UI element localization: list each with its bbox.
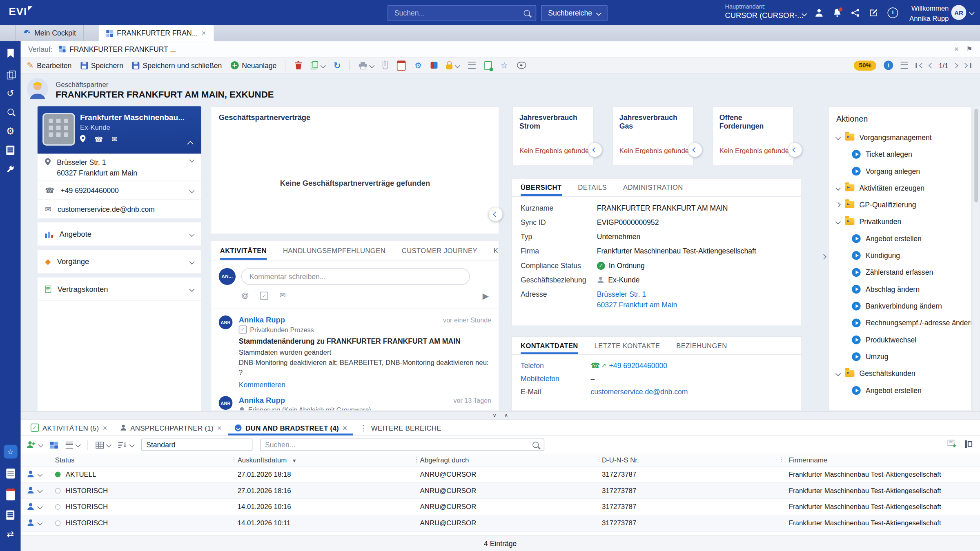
feed-item[interactable]: ANR Annika Rupp vor einer Stunde ✓ Priva… — [211, 309, 499, 390]
addon-button[interactable] — [431, 62, 438, 69]
tree-action[interactable]: Kündigung — [829, 247, 971, 264]
close-icon[interactable]: × — [202, 29, 206, 37]
person-link-icon[interactable] — [27, 503, 34, 511]
copy-pages-icon[interactable] — [7, 71, 14, 79]
tab-letzte-kontakte[interactable]: LETZTE KONTAKTE — [595, 337, 660, 354]
tab-aktivitaeten[interactable]: AKTIVITÄTEN — [220, 241, 267, 260]
tab-aktivitaeten-list[interactable]: ✓ AKTIVITÄTEN (5) × — [24, 420, 114, 435]
add-contact-button[interactable] — [27, 441, 42, 449]
refresh-button[interactable]: ↻ — [334, 61, 341, 69]
tenant-selector[interactable]: Hauptmandant: CURSOR (CURSOR-... — [725, 3, 804, 20]
location-pin-icon[interactable] — [80, 135, 86, 144]
column-handle[interactable]: ⋮ — [231, 455, 238, 464]
watch-button[interactable] — [517, 62, 526, 69]
author-link[interactable]: Annika Rupp — [239, 315, 285, 324]
address-link[interactable]: 60327 Frankfurt am Main — [597, 300, 677, 310]
column-header-auskunftsdatum[interactable]: Auskunftsdatum ▼ — [238, 456, 297, 463]
tree-action[interactable]: Ticket anlegen — [829, 146, 971, 162]
tree-folder[interactable]: Aktivitäten erzeugen — [829, 179, 971, 196]
swap-icon[interactable]: ⇄ — [7, 530, 14, 538]
share-icon[interactable] — [851, 9, 860, 17]
assistant-icon[interactable]: ☆ — [3, 445, 17, 459]
address-row[interactable]: Brüsseler Str. 1 60327 Frankfurt am Main — [38, 154, 201, 181]
tab-mein-cockpit[interactable]: Mein Cockpit — [15, 25, 84, 41]
user-avatar[interactable]: AR — [951, 5, 967, 20]
global-search-input[interactable] — [388, 9, 524, 17]
lock-button[interactable] — [446, 62, 459, 69]
mail-icon[interactable]: ✉ — [112, 135, 118, 143]
tab-administration[interactable]: ADMINISTRATION — [623, 179, 683, 196]
tools-wrench-icon[interactable] — [6, 165, 14, 176]
table-row[interactable]: AKTUELL 27.01.2026 18:18 ANRU@CURSOR 317… — [21, 467, 980, 483]
email-link[interactable]: customerservice.de@dnb.com — [590, 388, 688, 395]
tree-action[interactable]: Produktwechsel — [829, 331, 971, 348]
calendar-icon[interactable] — [6, 489, 15, 500]
scrollbar-thumb[interactable] — [974, 109, 978, 202]
tree-folder[interactable]: Geschäftskunden — [829, 365, 971, 382]
mention-icon[interactable]: @ — [241, 291, 249, 300]
phone-link[interactable]: +49 69204460000 — [609, 362, 667, 369]
tree-action[interactable]: Abschlag ändern — [829, 280, 971, 297]
column-handle[interactable]: ⋮ — [413, 455, 420, 464]
table-row[interactable]: HISTORISCH 14.01.2026 10:16 ANRU@CURSOR … — [21, 499, 980, 515]
mail-icon[interactable]: ✉ — [279, 291, 285, 300]
table-row[interactable]: HISTORISCH 14.01.2026 10:11 ANRU@CURSOR … — [21, 515, 980, 532]
prev-page-button[interactable] — [929, 63, 933, 67]
notes-icon[interactable] — [6, 469, 15, 478]
calendar-button[interactable] — [397, 60, 405, 70]
person-link-icon[interactable] — [27, 471, 34, 479]
phone-row[interactable]: ☎ +49 69204460000 — [38, 181, 201, 200]
tools-button[interactable]: ⚙ — [414, 61, 422, 69]
save-close-button[interactable]: Speichern und schließen — [132, 62, 222, 69]
tab-ansprechpartner[interactable]: ANSPRECHPARTNER (1) × — [114, 420, 228, 435]
collapse-panel-button[interactable] — [588, 143, 602, 157]
person-link-icon[interactable] — [27, 487, 34, 495]
comment-input[interactable] — [241, 268, 470, 285]
horizontal-splitter[interactable]: ∨ ∧ — [21, 411, 980, 420]
send-icon[interactable]: ▶ — [483, 291, 489, 300]
print-button[interactable] — [359, 62, 374, 69]
collapse-up-icon[interactable] — [187, 141, 193, 147]
panel-expand-handle[interactable] — [820, 249, 827, 265]
chevron-down-icon[interactable] — [37, 488, 42, 493]
list-search-input[interactable] — [261, 441, 532, 449]
first-page-button[interactable] — [916, 63, 924, 68]
export-icon[interactable] — [947, 439, 956, 451]
chevron-down-icon[interactable] — [37, 504, 42, 509]
tree-action[interactable]: Vorgang anlegen — [829, 162, 971, 179]
notifications-icon[interactable] — [833, 8, 841, 17]
sort-button[interactable] — [118, 441, 134, 448]
collapse-up-button[interactable]: ∧ — [504, 413, 508, 418]
tree-folder[interactable]: GP-Qualifizierung — [829, 196, 971, 213]
column-header-status[interactable]: Status — [55, 456, 75, 463]
tree-action[interactable]: Rechnungsempf./-adresse ändern — [829, 314, 971, 331]
chevron-down-icon[interactable] — [37, 471, 42, 477]
list-menu-button[interactable] — [66, 441, 80, 448]
close-icon[interactable]: × — [343, 424, 347, 431]
section-vorgaenge[interactable]: ◆ Vorgänge — [38, 250, 201, 273]
collapse-down-button[interactable]: ∨ — [492, 413, 497, 418]
delete-button[interactable] — [295, 61, 302, 69]
tab-dun-and-bradstreet[interactable]: DUN AND BRADSTREET (4) × — [228, 420, 353, 435]
info-icon[interactable]: i — [884, 60, 893, 70]
tree-action[interactable]: Angebot erstellen — [829, 230, 971, 247]
favorite-button[interactable]: ☆ — [501, 61, 508, 69]
column-header-abgefragt-durch[interactable]: Abgefragt durch — [420, 456, 469, 463]
tab-weitere-bereiche[interactable]: ⋮ WEITERE BEREICHE — [354, 420, 448, 435]
tree-action[interactable]: Zählerstand erfassen — [829, 264, 971, 280]
tree-action[interactable]: Umzug — [829, 348, 971, 365]
search-icon[interactable] — [532, 442, 539, 448]
save-button[interactable]: Speichern — [80, 62, 123, 69]
dock-panel-icon[interactable] — [965, 439, 972, 451]
bookmark-icon[interactable] — [7, 49, 14, 60]
close-icon[interactable]: × — [217, 424, 222, 431]
feed-item[interactable]: ANR Annika Rupp vor 13 Tagen Erinnerung … — [211, 390, 499, 410]
tab-beziehungen[interactable]: BEZIEHUNGEN — [676, 337, 727, 354]
author-link[interactable]: Annika Rupp — [239, 396, 285, 405]
settings-gear-icon[interactable]: ⚙ — [6, 126, 15, 136]
tree-folder[interactable]: Privatkunden — [829, 213, 971, 230]
history-item[interactable]: FRANKFURTER FRANKFURT ... — [59, 45, 176, 53]
tab-ki[interactable]: KI — [494, 241, 499, 260]
new-record-button[interactable]: Neuanlage — [231, 61, 277, 69]
tree-action[interactable]: Angebot erstellen — [829, 382, 971, 398]
